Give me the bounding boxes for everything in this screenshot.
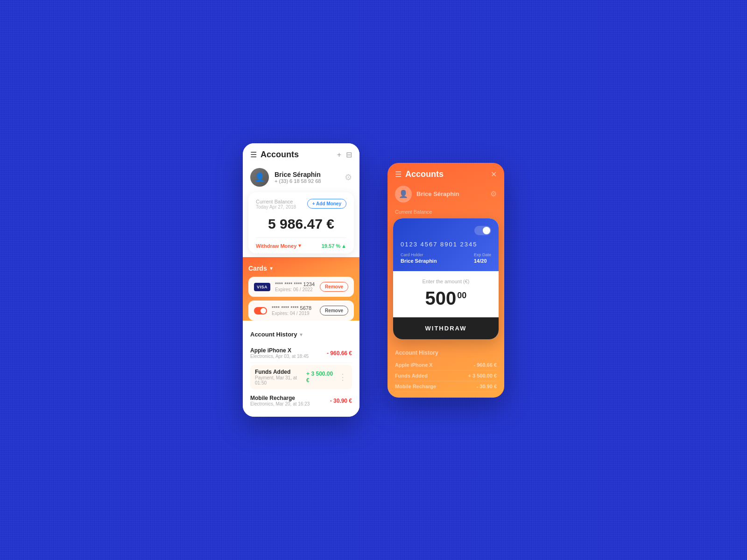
credit-card: 0123 4567 8901 2345 Card Holder Brice Sé… (393, 218, 499, 271)
card-item-2: **** **** **** 5678 Expires: 04 / 2019 R… (248, 301, 354, 321)
amount-section: Enter the amount (€) 500 00 (393, 271, 499, 314)
menu-icon[interactable]: ☰ (250, 150, 257, 159)
avatar: 👤 (250, 168, 269, 187)
right-page-title: Accounts (405, 169, 491, 179)
withdraw-modal: 0123 4567 8901 2345 Card Holder Brice Sé… (393, 218, 499, 339)
cc-holder-name: Brice Séraphin (401, 258, 437, 264)
cc-exp: Exp Date 14/20 (474, 252, 491, 264)
header-actions: + ⊟ (337, 150, 352, 159)
toggle-switch[interactable] (474, 226, 491, 235)
card-1-number: **** **** **** 1234 (275, 281, 320, 287)
history-item-1-sub: Electronics, Apr 03, at 18:45 (250, 354, 309, 359)
cc-holder-label: Card Holder (401, 252, 437, 257)
card-2-expiry: Expires: 04 / 2019 (272, 311, 320, 316)
card-1-expiry: Expires: 06 / 2022 (275, 287, 320, 292)
cc-toggle-area (401, 226, 491, 235)
history-section: Account History ▾ Apple iPhone X Electro… (243, 324, 359, 417)
history-item-2: Funds Added Payment, Mar 31, at 01:50 + … (250, 365, 352, 389)
cc-footer: Card Holder Brice Séraphin Exp Date 14/2… (401, 252, 491, 264)
history-item-3: Mobile Recharge Electronics, Mar 20, at … (250, 391, 352, 410)
right-history-1-name: Apple iPhone X (395, 362, 433, 368)
balance-section: Current Balance Today Apr 27, 2018 + Add… (248, 192, 354, 253)
card-item-1: VISA **** **** **** 1234 Expires: 06 / 2… (248, 277, 354, 297)
balance-footer: Withdraw Money ▾ 19.57 % ▲ (256, 238, 346, 253)
profile-info: Brice Séraphin + (33) 6 18 58 92 68 (275, 171, 345, 184)
right-history-2-amt: + 3 500.00 € (468, 373, 497, 378)
percentage-badge: 19.57 % ▲ (322, 243, 346, 249)
right-phone: ☰ Accounts ✕ 👤 Brice Séraphin ⚙ Current … (388, 163, 504, 398)
history-item-3-name: Mobile Recharge (250, 395, 310, 401)
right-avatar: 👤 (395, 186, 412, 203)
profile-name: Brice Séraphin (275, 171, 345, 178)
history-item-3-sub: Electronics, Mar 20, at 16:23 (250, 401, 310, 406)
history-item-1: Apple iPhone X Electronics, Apr 03, at 1… (250, 343, 352, 363)
right-close-icon[interactable]: ✕ (491, 170, 497, 179)
right-history-3-name: Mobile Recharge (395, 384, 436, 389)
right-history-item-3: Mobile Recharge - 30.90 € (395, 381, 497, 392)
right-balance-label: Current Balance (388, 207, 504, 218)
card-1-info: **** **** **** 1234 Expires: 06 / 2022 (275, 281, 320, 292)
right-profile-name: Brice Séraphin (416, 190, 490, 197)
amount-main: 500 (425, 288, 457, 309)
cards-arrow: ▾ (270, 265, 273, 272)
more-icon[interactable]: ⋮ (338, 372, 347, 382)
cards-title: Cards (248, 265, 267, 272)
right-header: ☰ Accounts ✕ (388, 163, 504, 184)
left-phone: ☰ Accounts + ⊟ 👤 Brice Séraphin + (33) 6… (243, 143, 359, 417)
gear-icon[interactable]: ⚙ (345, 172, 352, 182)
right-profile: 👤 Brice Séraphin ⚙ (388, 184, 504, 207)
right-history: Account History Apple iPhone X - 960.66 … (388, 345, 504, 398)
add-money-button[interactable]: + Add Money (307, 199, 346, 209)
card-2-toggle[interactable] (254, 307, 267, 315)
right-history-item-1: Apple iPhone X - 960.66 € (395, 360, 497, 371)
left-header: ☰ Accounts + ⊟ (243, 143, 359, 164)
card-2-number: **** **** **** 5678 (272, 305, 320, 311)
right-history-title: Account History (395, 350, 497, 356)
cc-number: 0123 4567 8901 2345 (401, 241, 491, 248)
history-item-2-name: Funds Added (255, 369, 306, 375)
profile-phone: + (33) 6 18 58 92 68 (275, 178, 345, 184)
profile-section: 👤 Brice Séraphin + (33) 6 18 58 92 68 ⚙ (243, 164, 359, 192)
add-icon[interactable]: + (337, 151, 341, 159)
history-item-3-amount: - 30.90 € (330, 398, 352, 404)
amount-cents: 00 (457, 291, 466, 301)
history-item-1-amount: - 960.66 € (327, 350, 352, 357)
history-item-2-amount: + 3 500.00 € (306, 371, 335, 384)
right-history-1-amt: - 960.66 € (473, 362, 497, 368)
card-2-info: **** **** **** 5678 Expires: 04 / 2019 (272, 305, 320, 316)
history-item-2-sub: Payment, Mar 31, at 01:50 (255, 375, 306, 385)
remove-card-1-button[interactable]: Remove (320, 282, 348, 292)
remove-card-2-button[interactable]: Remove (320, 306, 348, 315)
right-history-item-2: Funds Added + 3 500.00 € (395, 371, 497, 381)
page-title: Accounts (261, 150, 337, 160)
history-header: Account History ▾ (250, 331, 352, 338)
cc-exp-date: 14/20 (474, 258, 491, 264)
cc-exp-label: Exp Date (474, 252, 491, 257)
orange-section: Cards ▾ VISA **** **** **** 1234 Expires… (243, 257, 359, 321)
right-gear-icon[interactable]: ⚙ (490, 189, 497, 198)
history-arrow: ▾ (300, 331, 303, 338)
amount-label: Enter the amount (€) (402, 279, 489, 284)
visa-logo: VISA (254, 283, 270, 291)
right-history-3-amt: - 30.90 € (477, 384, 497, 389)
amount-display: 500 00 (402, 288, 489, 309)
right-history-2-name: Funds Added (395, 373, 428, 378)
cards-section-header: Cards ▾ (248, 265, 354, 272)
toggle-knob (483, 227, 490, 234)
withdraw-action-button[interactable]: WITHDRAW (393, 317, 499, 339)
history-item-1-name: Apple iPhone X (250, 347, 309, 354)
cc-holder: Card Holder Brice Séraphin (401, 252, 437, 264)
right-menu-icon[interactable]: ☰ (395, 170, 402, 179)
balance-amount: 5 986.47 € (256, 212, 346, 238)
history-title: Account History (250, 331, 297, 338)
folder-icon[interactable]: ⊟ (346, 150, 352, 159)
withdraw-button[interactable]: Withdraw Money ▾ (256, 243, 301, 249)
